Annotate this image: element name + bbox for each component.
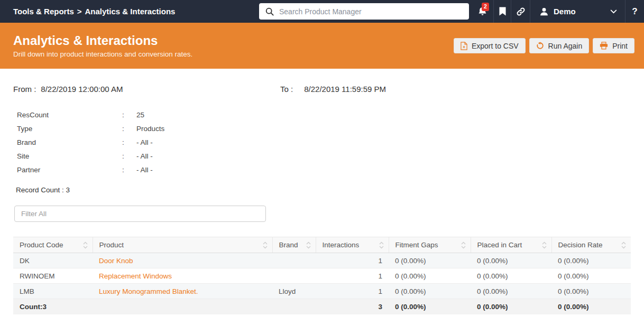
product-link[interactable]: Replacement Windows bbox=[99, 272, 172, 280]
product-link[interactable]: Luxury Monogrammed Blanket. bbox=[99, 287, 198, 295]
sort-icon[interactable] bbox=[379, 241, 384, 249]
column-label: Brand bbox=[279, 241, 298, 249]
global-search bbox=[259, 3, 469, 20]
column-header-placed-in-cart[interactable]: Placed in Cart bbox=[471, 237, 551, 253]
meta-label: Partner bbox=[13, 166, 122, 174]
column-label: Placed in Cart bbox=[477, 241, 522, 249]
bookmark-icon bbox=[499, 7, 506, 16]
cell-brand: Lloyd bbox=[272, 284, 316, 299]
footer-count-label: Count:3 bbox=[13, 299, 93, 314]
cell-interactions: 1 bbox=[316, 284, 389, 299]
user-menu[interactable]: Demo bbox=[530, 0, 625, 23]
record-count: Record Count : 3 bbox=[13, 186, 631, 195]
bookmarks-button[interactable] bbox=[493, 0, 511, 23]
column-label: Product Code bbox=[20, 241, 63, 249]
page-header: Analytics & Interactions Drill down into… bbox=[0, 23, 644, 69]
results-table: Product Code Product Brand Interactions … bbox=[13, 237, 631, 314]
product-link[interactable]: Door Knob bbox=[99, 257, 133, 265]
filter-input[interactable] bbox=[14, 206, 266, 222]
meta-value: 25 bbox=[136, 111, 144, 119]
cell-interactions: 1 bbox=[316, 253, 389, 268]
chevron-down-icon bbox=[610, 10, 617, 14]
link-icon bbox=[516, 7, 526, 16]
column-header-brand[interactable]: Brand bbox=[272, 237, 316, 253]
svg-text:x: x bbox=[463, 44, 465, 49]
column-header-decision-rate[interactable]: Decision Rate bbox=[551, 237, 631, 253]
meta-row-site: Site : - All - bbox=[13, 149, 631, 163]
report-content: From : 8/22/2019 12:00:00 AM To : 8/22/2… bbox=[0, 85, 644, 314]
meta-row-rescount: ResCount : 25 bbox=[13, 108, 631, 122]
meta-colon: : bbox=[122, 166, 136, 174]
export-to-csv-label: Export to CSV bbox=[472, 42, 519, 50]
sort-icon[interactable] bbox=[621, 241, 626, 249]
meta-colon: : bbox=[122, 125, 136, 133]
meta-colon: : bbox=[122, 111, 136, 119]
page-header-text: Analytics & Interactions Drill down into… bbox=[13, 33, 192, 58]
cell-fitment-gaps: 0 (0.00%) bbox=[389, 253, 471, 268]
to-value: 8/22/2019 11:59:59 PM bbox=[304, 85, 386, 94]
meta-value: Products bbox=[136, 125, 164, 133]
header-buttons: x Export to CSV Run Again P bbox=[454, 38, 634, 53]
meta-label: Brand bbox=[13, 138, 122, 146]
csv-file-icon: x bbox=[461, 42, 467, 50]
cell-brand bbox=[272, 268, 316, 284]
meta-label: Type bbox=[13, 125, 122, 133]
footer-fitment-gaps-total: 0 (0.00%) bbox=[389, 299, 471, 314]
column-header-fitment-gaps[interactable]: Fitment Gaps bbox=[389, 237, 471, 253]
column-label: Interactions bbox=[323, 241, 360, 249]
cell-placed-in-cart: 0 (0.00%) bbox=[471, 284, 551, 299]
table-row: RWINOEM Replacement Windows 1 0 (0.00%) … bbox=[13, 268, 631, 284]
column-label: Product bbox=[99, 241, 124, 249]
breadcrumb: Tools & Reports>Analytics & Interactions bbox=[13, 7, 175, 16]
run-again-button[interactable]: Run Again bbox=[529, 38, 590, 53]
from-value: 8/22/2019 12:00:00 AM bbox=[41, 85, 123, 94]
meta-row-partner: Partner : - All - bbox=[13, 163, 631, 176]
column-label: Decision Rate bbox=[558, 241, 603, 249]
top-navbar: Tools & Reports>Analytics & Interactions… bbox=[0, 0, 644, 23]
help-icon: ? bbox=[632, 6, 637, 17]
date-range-row: From : 8/22/2019 12:00:00 AM To : 8/22/2… bbox=[13, 85, 631, 94]
sort-icon[interactable] bbox=[542, 241, 547, 249]
cell-product: Luxury Monogrammed Blanket. bbox=[93, 284, 272, 299]
links-button[interactable] bbox=[511, 0, 530, 23]
meta-value: - All - bbox=[136, 152, 153, 160]
table-row: DK Door Knob 1 0 (0.00%) 0 (0.00%) 0 (0.… bbox=[13, 253, 631, 268]
sort-icon[interactable] bbox=[83, 241, 88, 249]
navbar-actions: 2 Demo bbox=[471, 0, 644, 23]
breadcrumb-separator: > bbox=[77, 7, 82, 16]
cell-product-code: RWINOEM bbox=[13, 268, 93, 284]
meta-label: ResCount bbox=[13, 111, 122, 119]
cell-interactions: 1 bbox=[316, 268, 389, 284]
search-input[interactable] bbox=[274, 7, 469, 16]
meta-value: - All - bbox=[136, 166, 153, 174]
print-button[interactable]: Print bbox=[593, 38, 634, 53]
cell-product: Door Knob bbox=[93, 253, 272, 268]
notification-badge: 2 bbox=[482, 3, 489, 11]
meta-row-brand: Brand : - All - bbox=[13, 135, 631, 149]
footer-empty bbox=[272, 299, 316, 314]
meta-label: Site bbox=[13, 152, 122, 160]
meta-value: - All - bbox=[136, 138, 153, 146]
cell-decision-rate: 0 (0.00%) bbox=[551, 284, 631, 299]
column-header-product[interactable]: Product bbox=[93, 237, 272, 253]
sort-icon[interactable] bbox=[306, 241, 311, 249]
meta-row-type: Type : Products bbox=[13, 122, 631, 135]
cell-product-code: LMB bbox=[13, 284, 93, 299]
user-icon bbox=[539, 7, 549, 16]
column-header-product-code[interactable]: Product Code bbox=[13, 237, 93, 253]
meta-colon: : bbox=[122, 152, 136, 160]
user-name: Demo bbox=[554, 7, 576, 16]
help-button[interactable]: ? bbox=[625, 0, 644, 23]
footer-interactions-total: 3 bbox=[316, 299, 389, 314]
notifications-button[interactable]: 2 bbox=[471, 0, 493, 23]
cell-placed-in-cart: 0 (0.00%) bbox=[471, 268, 551, 284]
sort-icon[interactable] bbox=[263, 241, 268, 249]
sort-icon[interactable] bbox=[461, 241, 466, 249]
run-again-label: Run Again bbox=[548, 42, 583, 50]
column-header-interactions[interactable]: Interactions bbox=[316, 237, 389, 253]
export-to-csv-button[interactable]: x Export to CSV bbox=[454, 38, 526, 53]
cell-brand bbox=[272, 253, 316, 268]
cell-placed-in-cart: 0 (0.00%) bbox=[471, 253, 551, 268]
cell-fitment-gaps: 0 (0.00%) bbox=[389, 284, 471, 299]
breadcrumb-section[interactable]: Tools & Reports bbox=[13, 7, 74, 16]
